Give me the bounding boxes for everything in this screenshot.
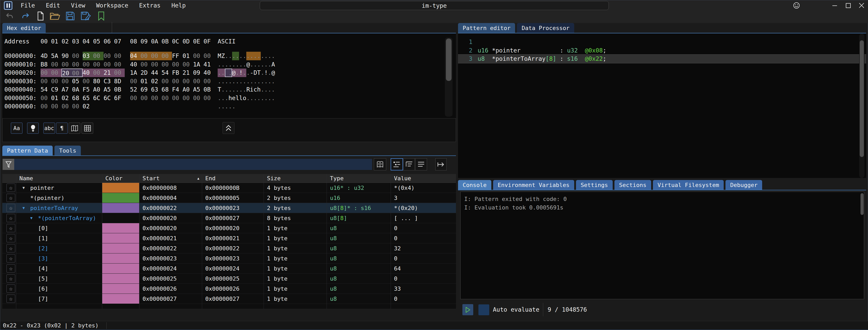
tab-hex-editor[interactable]: Hex editor <box>2 23 46 33</box>
hex-byte[interactable]: 01 <box>183 52 193 60</box>
hex-ascii-char[interactable]: . <box>271 77 275 86</box>
minimap-button[interactable] <box>69 122 80 134</box>
favorite-star-icon[interactable]: ☆ <box>6 244 15 252</box>
color-cell[interactable] <box>102 183 140 193</box>
hex-ascii-char[interactable]: . <box>218 60 221 69</box>
hex-byte[interactable]: 52 <box>130 85 141 94</box>
open-folder-icon[interactable] <box>50 11 60 22</box>
hex-ascii-char[interactable] <box>271 102 275 111</box>
hex-byte[interactable] <box>193 102 204 111</box>
hex-byte[interactable] <box>183 102 193 111</box>
hex-byte[interactable]: 00 <box>183 77 193 86</box>
name-cell[interactable]: [6] <box>16 284 102 294</box>
hex-byte[interactable]: 02 <box>151 77 162 86</box>
hex-byte[interactable]: 6C <box>93 94 103 103</box>
pattern-row[interactable]: ☆[5]0x000000250x000000251 byteu80 <box>2 274 456 284</box>
hex-ascii-char[interactable]: . <box>257 77 261 86</box>
tab-environment-variables[interactable]: Environment Variables <box>493 180 574 190</box>
color-cell[interactable] <box>102 193 140 203</box>
hex-byte[interactable]: 00 <box>51 68 62 77</box>
favorite-star-icon[interactable]: ☆ <box>6 254 15 263</box>
hex-byte[interactable]: 54 <box>162 68 172 77</box>
hex-byte[interactable]: 0A <box>72 85 83 94</box>
tab-data-processor[interactable]: Data Processor <box>517 23 574 33</box>
undo-icon[interactable] <box>5 12 14 21</box>
bookmark-icon[interactable] <box>98 11 104 22</box>
hex-ascii-char[interactable]: . <box>218 102 221 111</box>
color-cell[interactable] <box>102 264 140 273</box>
hex-byte[interactable]: 44 <box>151 68 162 77</box>
console-scrollbar[interactable] <box>861 193 864 298</box>
hex-ascii-char[interactable]: . <box>246 94 250 103</box>
overlay-book-button[interactable] <box>374 158 386 170</box>
hex-byte[interactable]: 00 <box>72 60 83 69</box>
name-cell[interactable]: *(pointer) <box>16 193 102 203</box>
tree-expand-icon[interactable]: ▼ <box>30 216 38 220</box>
hex-byte[interactable]: 65 <box>83 94 93 103</box>
hex-byte[interactable]: 00 <box>51 102 62 111</box>
name-cell[interactable]: ▼pointerToArray <box>16 203 102 213</box>
hex-ascii-char[interactable] <box>253 102 257 111</box>
hex-ascii-char[interactable]: . <box>221 60 225 69</box>
hex-byte[interactable]: 00 <box>72 68 83 77</box>
color-swatch[interactable] <box>102 233 139 243</box>
hex-byte[interactable] <box>93 102 103 111</box>
color-cell[interactable] <box>102 284 140 294</box>
close-button[interactable] <box>855 0 868 10</box>
name-cell[interactable]: ▼pointer <box>16 183 102 193</box>
hex-ascii-char[interactable]: M <box>218 52 221 60</box>
hex-byte[interactable]: 00 <box>193 94 204 103</box>
editor-line[interactable]: 1 <box>458 38 866 46</box>
hex-ascii-char[interactable]: . <box>265 77 268 86</box>
column-header-size[interactable]: Size <box>264 174 327 183</box>
hex-scrollbar[interactable] <box>445 37 453 117</box>
hex-ascii-char[interactable]: . <box>243 60 246 69</box>
hex-ascii-char[interactable]: . <box>232 60 236 69</box>
hex-ascii-char[interactable]: . <box>261 60 265 69</box>
favorite-star-icon[interactable]: ☆ <box>6 284 15 293</box>
favorite-star-icon[interactable]: ☆ <box>6 204 15 212</box>
hex-ascii-char[interactable]: . <box>225 77 228 86</box>
hex-ascii-char[interactable]: . <box>218 77 221 86</box>
hex-ascii-char[interactable]: . <box>253 77 257 86</box>
pattern-filter-input[interactable] <box>14 159 372 170</box>
hex-ascii-char[interactable]: . <box>221 68 225 77</box>
hex-byte[interactable]: 69 <box>141 85 151 94</box>
name-cell[interactable]: [1] <box>16 233 102 243</box>
favorite-star-icon[interactable]: ☆ <box>6 295 15 303</box>
column-header-color[interactable]: Color <box>102 174 140 183</box>
global-search-input[interactable] <box>260 1 609 10</box>
hex-ascii-char[interactable]: . <box>250 52 253 60</box>
hex-byte[interactable]: 00 <box>193 77 204 86</box>
hex-byte[interactable] <box>141 102 151 111</box>
hex-ascii-char[interactable]: . <box>246 68 250 77</box>
hex-byte[interactable]: 40 <box>130 60 141 69</box>
hex-ascii-char[interactable]: o <box>243 94 246 103</box>
favorite-star-icon[interactable]: ☆ <box>6 264 15 273</box>
hex-byte[interactable]: 00 <box>93 60 103 69</box>
editor-line[interactable]: 3u8 *pointerToArray[8] : s16 @0x22; <box>458 55 866 63</box>
hex-ascii-char[interactable]: . <box>257 94 261 103</box>
hex-ascii-char[interactable]: . <box>221 77 225 86</box>
hex-ascii-char[interactable]: . <box>243 77 246 86</box>
redo-icon[interactable] <box>21 12 30 21</box>
hex-byte[interactable]: 00 <box>61 77 72 86</box>
save-icon[interactable] <box>66 11 74 22</box>
pattern-row[interactable]: ☆▼pointer0x000000080x0000000B4 bytesu16*… <box>2 183 456 193</box>
favorite-star-icon[interactable]: ☆ <box>6 274 15 283</box>
hex-byte[interactable]: 1A <box>193 60 204 69</box>
hex-ascii-char[interactable]: A <box>271 60 275 69</box>
new-file-icon[interactable] <box>37 11 44 22</box>
hex-byte[interactable]: 80 <box>93 77 103 86</box>
hex-ascii-char[interactable]: e <box>232 94 236 103</box>
color-cell[interactable] <box>102 243 140 253</box>
hex-byte[interactable]: 40 <box>204 68 214 77</box>
color-cell[interactable] <box>102 253 140 263</box>
hex-ascii-char[interactable]: . <box>261 85 265 94</box>
menu-extras[interactable]: Extras <box>134 0 166 10</box>
tab-settings[interactable]: Settings <box>576 180 613 190</box>
menu-help[interactable]: Help <box>166 0 191 10</box>
hex-byte[interactable]: 00 <box>72 102 83 111</box>
hex-byte[interactable]: F4 <box>172 85 183 94</box>
name-cell[interactable]: [5] <box>16 274 102 283</box>
